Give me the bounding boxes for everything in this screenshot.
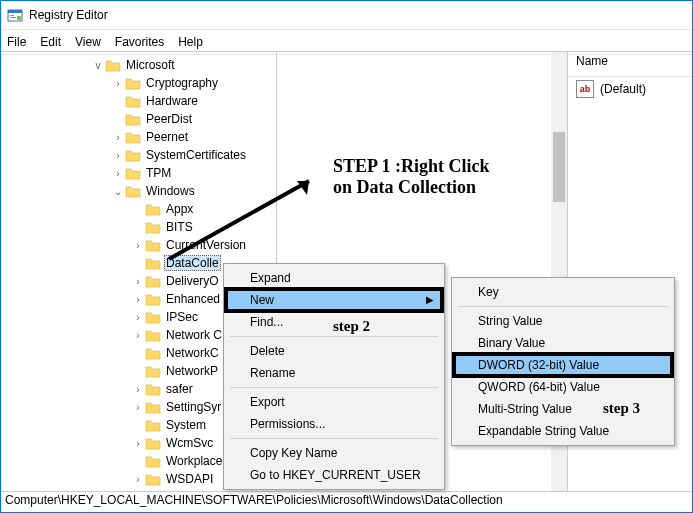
- new-multistring[interactable]: Multi-String Value: [454, 398, 672, 420]
- tree-label: TPM: [144, 166, 173, 180]
- new-expandstring[interactable]: Expandable String Value: [454, 420, 672, 442]
- expander-icon[interactable]: ›: [131, 294, 145, 305]
- tree-node[interactable]: Appx: [1, 200, 276, 218]
- folder-icon: [145, 292, 161, 306]
- folder-icon: [145, 310, 161, 324]
- menu-edit[interactable]: Edit: [40, 35, 61, 49]
- expander-icon[interactable]: ›: [131, 276, 145, 287]
- tree-node[interactable]: ⌄Windows: [1, 182, 276, 200]
- tree-label: safer: [164, 382, 195, 396]
- tree-label: DeliveryO: [164, 274, 221, 288]
- tree-label: Microsoft: [124, 58, 177, 72]
- ctx-new[interactable]: New ▶: [226, 289, 442, 311]
- expander-icon[interactable]: ›: [111, 168, 125, 179]
- tree-node[interactable]: ›CurrentVersion: [1, 236, 276, 254]
- ctx-permissions[interactable]: Permissions...: [226, 413, 442, 435]
- tree-node[interactable]: Hardware: [1, 92, 276, 110]
- tree-label: CurrentVersion: [164, 238, 248, 252]
- column-header-name[interactable]: Name: [568, 52, 692, 77]
- tree-node-microsoft[interactable]: v Microsoft: [1, 56, 276, 74]
- svg-rect-1: [8, 10, 22, 13]
- expander-icon[interactable]: ›: [131, 438, 145, 449]
- menu-help[interactable]: Help: [178, 35, 203, 49]
- expander-icon[interactable]: ›: [131, 474, 145, 485]
- tree-label: System: [164, 418, 208, 432]
- folder-icon: [145, 274, 161, 288]
- folder-icon: [145, 472, 161, 486]
- folder-icon: [145, 418, 161, 432]
- folder-icon: [145, 346, 161, 360]
- new-string[interactable]: String Value: [454, 310, 672, 332]
- tree-label: Peernet: [144, 130, 190, 144]
- menu-separator: [230, 336, 438, 337]
- expander-icon[interactable]: v: [91, 60, 105, 71]
- svg-point-4: [17, 16, 21, 20]
- scrollbar-thumb[interactable]: [553, 132, 565, 202]
- new-dword[interactable]: DWORD (32-bit) Value: [454, 354, 672, 376]
- ctx-goto-hkcu[interactable]: Go to HKEY_CURRENT_USER: [226, 464, 442, 486]
- tree-label: SettingSyr: [164, 400, 223, 414]
- value-name: (Default): [600, 82, 646, 96]
- ctx-new-label: New: [250, 293, 274, 307]
- new-qword[interactable]: QWORD (64-bit) Value: [454, 376, 672, 398]
- ctx-delete[interactable]: Delete: [226, 340, 442, 362]
- ctx-rename[interactable]: Rename: [226, 362, 442, 384]
- expander-icon[interactable]: ›: [131, 240, 145, 251]
- svg-rect-3: [10, 17, 16, 18]
- tree-node[interactable]: BITS: [1, 218, 276, 236]
- expander-icon[interactable]: ›: [111, 150, 125, 161]
- tree-node[interactable]: ›Peernet: [1, 128, 276, 146]
- tree-label: NetworkC: [164, 346, 221, 360]
- ctx-copy-key-name[interactable]: Copy Key Name: [226, 442, 442, 464]
- folder-icon: [125, 112, 141, 126]
- folder-icon: [145, 238, 161, 252]
- menu-file[interactable]: File: [7, 35, 26, 49]
- statusbar: Computer\HKEY_LOCAL_MACHINE\SOFTWARE\Pol…: [1, 491, 692, 512]
- folder-icon: [125, 166, 141, 180]
- app-icon: [7, 7, 23, 23]
- folder-icon: [125, 148, 141, 162]
- expander-icon[interactable]: ›: [131, 402, 145, 413]
- tree-label: PeerDist: [144, 112, 194, 126]
- expander-icon[interactable]: ⌄: [111, 186, 125, 197]
- tree-node[interactable]: PeerDist: [1, 110, 276, 128]
- folder-icon: [145, 454, 161, 468]
- folder-icon: [105, 58, 121, 72]
- tree-label: SystemCertificates: [144, 148, 248, 162]
- expander-icon[interactable]: ›: [111, 132, 125, 143]
- context-menu-key: Expand New ▶ Find... Delete Rename Expor…: [223, 263, 445, 490]
- svg-rect-2: [10, 15, 14, 16]
- folder-icon: [125, 94, 141, 108]
- tree-label: WcmSvc: [164, 436, 215, 450]
- new-key[interactable]: Key: [454, 281, 672, 303]
- tree-label: Enhanced: [164, 292, 222, 306]
- tree-node[interactable]: ›Cryptography: [1, 74, 276, 92]
- folder-icon: [125, 130, 141, 144]
- ctx-export[interactable]: Export: [226, 391, 442, 413]
- menu-view[interactable]: View: [75, 35, 101, 49]
- titlebar: Registry Editor: [1, 1, 692, 30]
- folder-icon: [145, 202, 161, 216]
- folder-icon: [145, 364, 161, 378]
- registry-editor-window: Registry Editor File Edit View Favorites…: [0, 0, 693, 513]
- expander-icon[interactable]: ›: [131, 330, 145, 341]
- value-row-default[interactable]: ab (Default): [568, 77, 692, 101]
- expander-icon[interactable]: ›: [131, 312, 145, 323]
- tree-node[interactable]: ›SystemCertificates: [1, 146, 276, 164]
- folder-icon: [125, 76, 141, 90]
- menu-favorites[interactable]: Favorites: [115, 35, 164, 49]
- ctx-expand[interactable]: Expand: [226, 267, 442, 289]
- ctx-find[interactable]: Find...: [226, 311, 442, 333]
- tree-label: Network C: [164, 328, 224, 342]
- expander-icon[interactable]: ›: [131, 384, 145, 395]
- folder-icon: [145, 436, 161, 450]
- submenu-arrow-icon: ▶: [426, 294, 434, 305]
- folder-icon: [145, 382, 161, 396]
- tree-label: Workplace: [164, 454, 224, 468]
- tree-label: IPSec: [164, 310, 200, 324]
- tree-node[interactable]: ›TPM: [1, 164, 276, 182]
- window-title: Registry Editor: [29, 8, 108, 22]
- new-binary[interactable]: Binary Value: [454, 332, 672, 354]
- folder-icon: [145, 220, 161, 234]
- expander-icon[interactable]: ›: [111, 78, 125, 89]
